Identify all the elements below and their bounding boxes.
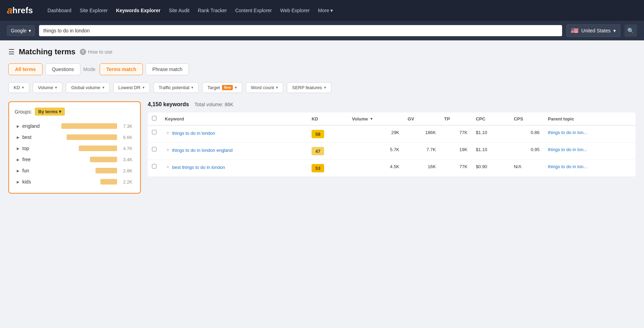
row2-parent-cell: things to do in lon... [544, 143, 636, 160]
tab-questions[interactable]: Questions [45, 63, 80, 75]
group-item-fun[interactable]: ▶ fun 2.8K [15, 165, 135, 176]
col-volume[interactable]: Volume ▾ [348, 112, 404, 125]
row2-volume-cell: 5.7K [348, 143, 404, 160]
row1-gv-cell: 186K [404, 125, 440, 143]
row2-gv-cell: 7.7K [404, 143, 440, 160]
group-bar-kids [100, 179, 117, 185]
row2-cps-cell: 0.95 [509, 143, 544, 160]
row1-parent-link[interactable]: things to do in lon... [548, 130, 587, 135]
filter-target[interactable]: Target New ▾ [202, 82, 242, 93]
tab-all-terms[interactable]: All terms [8, 63, 43, 75]
row3-keyword-link[interactable]: best things to do in london [172, 165, 225, 170]
filter-serp-features[interactable]: SERP features ▾ [287, 82, 331, 93]
groups-header: Groups: By terms ▾ [15, 108, 135, 116]
two-col-layout: Groups: By terms ▾ ▶ england 7.3K ▶ best [8, 101, 636, 194]
nav-more[interactable]: More ▾ [315, 5, 337, 16]
group-name-free: free [22, 157, 87, 162]
col-kd: KD [307, 112, 348, 125]
group-count-top: 4.7K [120, 146, 132, 151]
filter-traffic-potential[interactable]: Traffic potential ▾ [153, 82, 199, 93]
table-row: + things to do in london 58 29K 186K 77K… [148, 125, 636, 143]
col-cpc: CPC [472, 112, 509, 125]
group-item-best[interactable]: ▶ best 6.6K [15, 132, 135, 143]
row3-checkbox[interactable] [152, 164, 156, 169]
filter-volume-arrow-icon: ▾ [55, 85, 57, 90]
nav-keywords-explorer[interactable]: Keywords Explorer [113, 5, 164, 16]
results-summary: 4,150 keywords Total volume: 86K [148, 101, 636, 108]
row1-tp-cell: 77K [440, 125, 472, 143]
nav-rank-tracker[interactable]: Rank Tracker [194, 5, 230, 16]
filter-kd-arrow-icon: ▾ [22, 85, 24, 90]
help-button[interactable]: ? How to use [80, 49, 113, 55]
country-flag-icon: 🇺🇸 [571, 27, 578, 34]
logo[interactable]: ahrefs [7, 5, 33, 16]
nav-site-audit[interactable]: Site Audit [166, 5, 193, 16]
row2-checkbox[interactable] [152, 147, 156, 151]
groups-label: Groups: [15, 109, 32, 115]
row3-parent-cell: things to do in lon... [544, 160, 636, 177]
groups-by-button[interactable]: By terms ▾ [35, 108, 65, 116]
country-select[interactable]: 🇺🇸 United States ▾ [566, 24, 620, 37]
group-bar-top-container [79, 146, 117, 151]
nav-dashboard[interactable]: Dashboard [44, 5, 75, 16]
main-content: ☰ Matching terms ? How to use All terms … [0, 40, 644, 328]
nav-site-explorer[interactable]: Site Explorer [76, 5, 111, 16]
filter-gv-arrow-icon: ▾ [102, 85, 105, 90]
tab-terms-match[interactable]: Terms match [100, 63, 143, 75]
filter-wc-label: Word count [251, 85, 274, 90]
row2-add-button[interactable]: + [165, 147, 171, 153]
row1-parent-cell: things to do in lon... [544, 125, 636, 143]
country-label: United States [581, 28, 611, 33]
row1-keyword-link[interactable]: things to do in london [172, 131, 215, 136]
filter-volume[interactable]: Volume ▾ [33, 82, 62, 93]
group-item-free[interactable]: ▶ free 3.4K [15, 154, 135, 165]
sort-indicator-icon: ▾ [370, 117, 373, 121]
group-count-best: 6.6K [120, 135, 132, 140]
row3-parent-link[interactable]: things to do in lon... [548, 164, 587, 169]
col-cps: CPS [509, 112, 544, 125]
search-button[interactable]: 🔍 [624, 24, 637, 37]
row1-add-button[interactable]: + [165, 130, 171, 136]
filter-wc-arrow-icon: ▾ [276, 85, 278, 90]
group-arrow-icon: ▶ [17, 147, 20, 150]
col-gv: GV [404, 112, 440, 125]
group-item-kids[interactable]: ▶ kids 2.2K [15, 176, 135, 187]
logo-hrefs: hrefs [13, 6, 33, 15]
group-bar-best-container [67, 134, 117, 140]
select-all-checkbox[interactable] [152, 116, 156, 120]
row2-kd-cell: 47 [307, 143, 348, 160]
row2-keyword-link[interactable]: things to do in london england [172, 148, 232, 153]
search-input[interactable] [39, 25, 562, 36]
filter-target-label: Target [207, 85, 220, 90]
col-checkbox [148, 112, 161, 125]
filter-lowest-dr[interactable]: Lowest DR ▾ [113, 82, 150, 93]
filter-kd-label: KD [14, 85, 20, 90]
filter-dr-label: Lowest DR [118, 85, 141, 90]
group-item-top[interactable]: ▶ top 4.7K [15, 143, 135, 154]
tab-bar: All terms Questions Mode Terms match Phr… [8, 63, 636, 75]
group-name-top: top [22, 146, 76, 151]
engine-select[interactable]: Google ▾ [7, 25, 35, 36]
group-item-england[interactable]: ▶ england 7.3K [15, 120, 135, 132]
row1-cps-cell: 0.86 [509, 125, 544, 143]
row3-add-button[interactable]: + [165, 164, 171, 170]
nav-content-explorer[interactable]: Content Explorer [232, 5, 275, 16]
filter-kd[interactable]: KD ▾ [8, 82, 29, 93]
filter-word-count[interactable]: Word count ▾ [246, 82, 283, 93]
filter-bar: KD ▾ Volume ▾ Global volume ▾ Lowest DR … [8, 82, 636, 93]
row1-volume-cell: 29K [348, 125, 404, 143]
tab-phrase-match[interactable]: Phrase match [146, 63, 189, 75]
filter-serp-label: SERP features [292, 85, 322, 90]
hamburger-icon[interactable]: ☰ [8, 48, 15, 56]
group-arrow-icon: ▶ [17, 124, 20, 128]
nav-web-explorer[interactable]: Web Explorer [277, 5, 313, 16]
col-keyword: Keyword [161, 112, 307, 125]
group-count-kids: 2.2K [120, 179, 132, 185]
row1-checkbox[interactable] [152, 130, 156, 134]
row2-cpc-cell: $1.10 [472, 143, 509, 160]
group-bar-fun-container [95, 168, 117, 173]
group-name-fun: fun [22, 168, 93, 173]
filter-global-volume[interactable]: Global volume ▾ [66, 82, 109, 93]
filter-serp-arrow-icon: ▾ [324, 85, 326, 90]
row2-parent-link[interactable]: things to do in lon... [548, 147, 587, 152]
